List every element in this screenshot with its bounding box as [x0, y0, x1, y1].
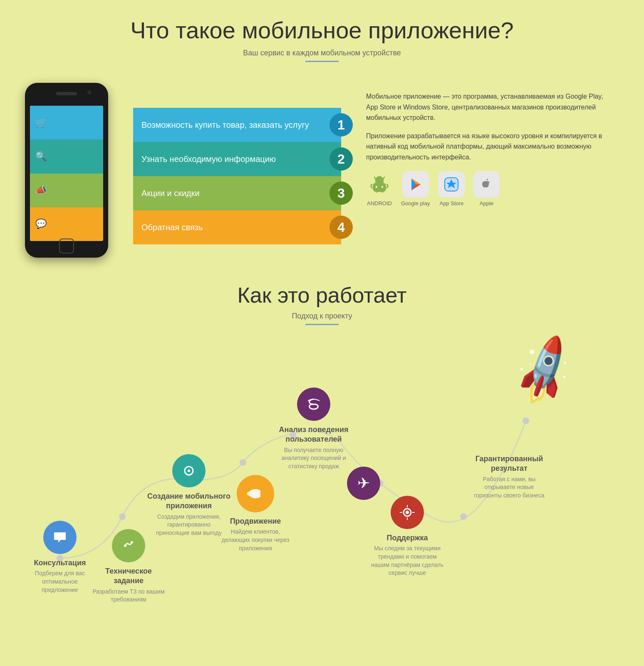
node-desc-prodvijenie: Найдем клиентов, делающих покупки через …	[218, 528, 293, 552]
megaphone-icon: 📣	[33, 183, 48, 198]
app-store-icon	[438, 171, 465, 198]
node-desc-analiz: Вы получаете полную аналитику посещений …	[276, 446, 351, 471]
svg-rect-5	[376, 189, 377, 193]
svg-point-25	[247, 492, 250, 495]
node-circle-tz	[112, 529, 145, 562]
airplane-node: ✈	[347, 467, 380, 500]
phone-screen: 🛒 🔍 📣 💬	[30, 106, 103, 241]
description-col: Мобильное приложение — это программа, ус…	[358, 83, 619, 215]
store-app-store: App Store	[438, 171, 465, 206]
feature-bar-1: Возможность купить товар, заказать услуг…	[133, 108, 341, 142]
description-2: Приложение разрабатывается на языке высо…	[366, 131, 611, 163]
divider2	[305, 324, 339, 325]
node-desc-konsultacia: Подберем для вас оптимальное предложение	[27, 569, 93, 594]
google-play-label: Google play	[401, 200, 430, 206]
features-row: 🛒 🔍 📣 💬 Возможность купить товар, заказа…	[0, 83, 644, 258]
node-title-tz: Техническое задание	[91, 567, 166, 586]
phone-camera	[87, 90, 92, 94]
feature-number-4: 4	[329, 216, 353, 239]
node-circle-analiz	[297, 388, 330, 421]
phone-home-button	[59, 239, 74, 253]
workflow-diagram: Консультация Подберем для вас оптимально…	[27, 338, 617, 596]
phone-row-1: 🛒	[30, 106, 103, 139]
svg-point-20	[523, 417, 529, 424]
apple-label: Apple	[480, 200, 493, 206]
svg-point-14	[119, 513, 126, 520]
cart-icon: 🛒	[33, 115, 48, 130]
search-icon: 🔍	[33, 149, 48, 164]
svg-point-19	[460, 513, 467, 520]
node-circle-prodvijenie	[237, 475, 274, 512]
apple-icon	[473, 171, 500, 198]
main-title: Что такое мобильное приложение?	[25, 17, 619, 44]
phone-row-3: 📣	[30, 174, 103, 207]
svg-rect-0	[373, 183, 386, 192]
svg-point-24	[188, 470, 190, 472]
node-circle-sozdanie	[172, 454, 206, 487]
feature-bar-2: Узнать необходимую информацию 2	[133, 142, 341, 176]
node-podderzhka: Поддержка Мы следим за текущими трендами…	[368, 496, 447, 577]
feature-bar-3: Акции и скидки 3	[133, 176, 341, 210]
app-store-label: App Store	[439, 200, 463, 206]
feature-text-2: Узнать необходимую информацию	[141, 154, 333, 164]
phone-speaker	[56, 92, 77, 95]
divider	[305, 61, 339, 62]
rocket-icon: 🚀	[504, 331, 585, 411]
feature-number-2: 2	[329, 147, 353, 171]
store-apple: Apple	[473, 171, 500, 206]
node-title-podderzhka: Поддержка	[386, 533, 428, 543]
chat-icon: 💬	[33, 216, 48, 231]
phone-row-4: 💬	[30, 207, 103, 241]
svg-point-27	[406, 511, 409, 514]
subtitle: Ваш сервис в каждом мобильном устройстве	[25, 49, 619, 57]
phone-row-2: 🔍	[30, 139, 103, 173]
svg-point-1	[376, 186, 377, 188]
feature-bar-4: Обратная связь 4	[133, 210, 341, 244]
svg-point-22	[131, 541, 133, 544]
node-tz: Техническое задание Разработаем ТЗ по ва…	[91, 529, 166, 604]
android-label: ANDROID	[367, 200, 392, 206]
node-desc-tz: Разработаем ТЗ по вашим требованиям	[91, 588, 166, 604]
node-title-rezultat: Гарантированный результат	[463, 454, 555, 474]
phone: 🛒 🔍 📣 💬	[25, 83, 108, 258]
section1-header: Что такое мобильное приложение? Ваш серв…	[0, 0, 644, 83]
store-android: ANDROID	[366, 171, 393, 206]
feature-text-4: Обратная связь	[141, 223, 333, 232]
store-google-play: Google play	[401, 171, 430, 206]
google-play-icon	[402, 171, 429, 198]
airplane-circle: ✈	[347, 467, 380, 500]
node-desc-sozdanie: Создадим приложения, гарантированно прин…	[151, 513, 226, 537]
section2-title: Как это работает	[25, 283, 619, 308]
feature-number-3: 3	[329, 181, 353, 205]
node-analiz: Анализ поведения пользователей Вы получа…	[272, 388, 355, 471]
node-desc-podderzhka: Мы следим за текущими трендами и помогае…	[370, 544, 445, 577]
section2-header: Как это работает Подход к проекту Консул…	[0, 274, 644, 612]
node-circle-konsultacia	[43, 521, 77, 554]
feature-text-3: Акции и скидки	[141, 189, 333, 198]
feature-text-1: Возможность купить товар, заказать услуг…	[141, 120, 333, 130]
feature-number-1: 1	[329, 113, 353, 137]
node-konsultacia: Консультация Подберем для вас оптимально…	[27, 521, 93, 594]
description-1: Мобильное приложение — это программа, ус…	[366, 91, 611, 123]
node-prodvijenie: Продвижение Найдем клиентов, делающих по…	[218, 475, 293, 552]
svg-point-21	[124, 544, 126, 547]
node-title-analiz: Анализ поведения пользователей	[272, 425, 355, 445]
section2-subtitle: Подход к проекту	[25, 312, 619, 321]
node-title-konsultacia: Консультация	[34, 558, 86, 568]
node-circle-podderzhka	[391, 496, 424, 529]
phone-container: 🛒 🔍 📣 💬	[25, 83, 116, 258]
store-icons: ANDROID Google play	[366, 171, 611, 206]
svg-point-2	[381, 186, 383, 188]
node-title-prodvijenie: Продвижение	[230, 517, 281, 526]
svg-point-16	[240, 459, 246, 466]
node-rezultat: Гарантированный результат Работая с нами…	[463, 454, 555, 500]
android-icon	[366, 171, 393, 198]
svg-rect-6	[381, 189, 383, 193]
node-desc-rezultat: Работая с нами, вы открываете новые гори…	[472, 475, 547, 500]
feature-bars: Возможность купить товар, заказать услуг…	[133, 108, 341, 244]
